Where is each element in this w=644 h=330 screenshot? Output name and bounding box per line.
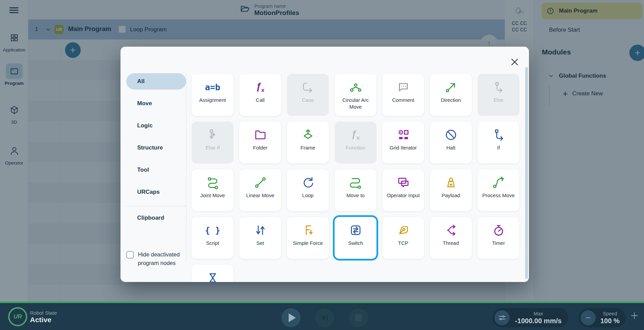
node-tile-function: ƒxFunction [335,122,376,163]
close-button[interactable] [509,56,520,68]
set-icon [253,223,268,237]
node-tile-wait[interactable] [192,265,234,282]
speed-decrease-button[interactable] [581,310,596,325]
direction-icon [444,80,458,94]
node-tile-payload[interactable]: Payload [430,169,472,211]
node-tile-frame[interactable]: Frame [287,122,329,163]
category-all[interactable]: All [126,73,186,90]
node-tile-case: Case [287,74,329,116]
node-tile-if[interactable]: If [478,122,519,163]
node-tile-comment[interactable]: Comment [382,74,424,116]
node-tile-label: Else [491,97,506,104]
node-tile-label: Process Move [480,192,517,199]
node-tile-timer[interactable]: Timer [478,217,519,259]
node-tile-move-to[interactable]: Move to [335,169,376,211]
close-icon [509,56,520,68]
max-speed-control: Max -1000.00 mm/s [493,308,568,327]
plus-icon [629,311,640,321]
node-tile-label: Else If [203,144,222,151]
category-clipboard[interactable]: Clipboard [126,210,186,226]
node-tile-else-if: Else If [192,122,234,163]
loop-icon [301,175,315,190]
max-label: Max [512,311,565,316]
node-tile-operator-input[interactable]: Operator Input [382,169,424,211]
joint-move-icon [206,175,220,190]
hide-deactivated-row[interactable]: Hide deactivated program nodes [126,250,180,267]
grid-iterator-icon [396,128,410,142]
else-if-icon [206,128,220,142]
node-tile-simple-force[interactable]: Simple Force [287,217,329,259]
move-to-icon [349,175,363,190]
frame-icon [301,128,315,142]
category-divider [186,72,187,262]
node-tile-assignment[interactable]: a=bAssignment [192,74,234,116]
node-tile-linear-move[interactable]: Linear Move [239,169,281,211]
switch-icon [349,223,363,237]
node-tile-label: Loop [300,192,316,199]
node-tile-folder[interactable]: Folder [239,122,281,163]
category-list-divider [126,206,186,206]
node-tile-label: Thread [440,240,462,247]
node-tile-label: Halt [444,144,458,151]
node-tile-process-move[interactable]: Process Move [478,169,519,211]
hide-deactivated-checkbox[interactable] [126,251,134,258]
node-tile-switch[interactable]: Switch [335,217,376,259]
node-tile-label: Operator Input [384,192,422,199]
node-tile-label: Circular Arc Move [335,97,376,110]
node-tile-label: Case [300,97,316,104]
node-tile-label: Move to [344,192,367,199]
node-tile-label: Frame [298,144,318,151]
node-tile-label: If [495,144,502,151]
tune-icon [498,313,506,322]
if-icon [492,128,506,142]
node-tile-label: Call [254,97,267,104]
node-tile-direction[interactable]: Direction [430,74,472,116]
node-tile-halt[interactable]: Halt [430,122,472,163]
hide-deactivated-label-1: Hide deactivated [138,250,180,259]
skip-icon [320,313,329,323]
node-tile-label: TCP [396,240,411,247]
category-structure[interactable]: Structure [126,140,186,156]
node-tile-circular-arc-move[interactable]: Circular Arc Move [335,74,376,116]
category-tool[interactable]: Tool [126,162,186,178]
node-tile-joint-move[interactable]: Joint Move [192,169,234,211]
hide-deactivated-label-2: program nodes [138,259,180,267]
node-tile-loop[interactable]: Loop [287,169,329,211]
node-tile-script[interactable]: { }Script [192,217,234,259]
node-tile-label: Payload [439,192,462,199]
node-tile-grid: a=bAssignmentƒxCallCaseCircular Arc Move… [192,74,519,282]
bottom-bar: UR Robot State Active Max -1000.00 mm/s … [0,301,644,330]
speed-increase-button[interactable] [629,311,640,322]
else-icon [492,80,506,94]
node-tile-set[interactable]: Set [239,217,281,259]
robot-state-value: Active [30,316,51,324]
linear-move-icon [253,175,268,190]
category-logic[interactable]: Logic [126,117,186,134]
category-move[interactable]: Move [126,95,186,112]
node-tile-label: Linear Move [244,192,277,199]
node-tile-thread[interactable]: Thread [430,217,472,259]
modal-scrollbar[interactable] [525,67,528,279]
play-icon [289,313,296,322]
node-tile-label: Joint Move [198,192,227,199]
speed-label: Speed [598,311,622,316]
category-list: AllMoveLogicStructureToolURCapsClipboard [126,73,186,232]
node-tile-tcp[interactable]: TCP [382,217,424,259]
folder-icon [253,128,268,142]
play-button[interactable] [281,308,301,327]
node-tile-grid-iterator[interactable]: Grid Iterator [382,122,424,163]
node-tile-label: Script [204,240,221,247]
payload-icon [444,175,458,190]
node-tile-label: Comment [390,97,417,104]
ur-logo-text: UR [14,313,22,320]
stop-button [349,308,368,327]
speed-settings-button[interactable] [495,310,510,325]
wait-icon [206,271,220,282]
speed-control: Speed 100 % [579,308,626,327]
max-value: -1000.00 mm/s [512,317,565,325]
node-tile-else: Else [478,74,519,116]
robot-state-label: Robot State [30,310,57,316]
category-urcaps[interactable]: URCaps [126,184,186,200]
halt-icon [444,128,458,142]
node-tile-call[interactable]: ƒxCall [239,74,281,116]
